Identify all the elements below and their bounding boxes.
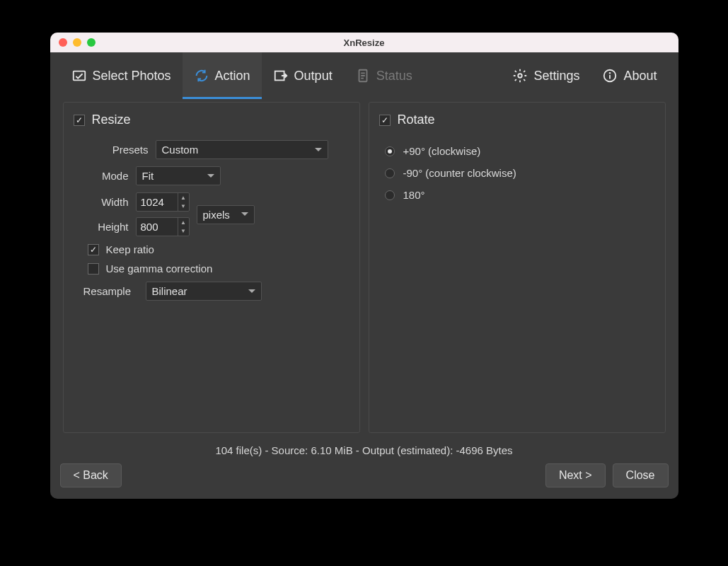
button-bar: < Back Next > Close [50,463,678,499]
width-step-down[interactable]: ▼ [178,202,189,212]
next-button[interactable]: Next > [545,463,606,487]
tab-label: Status [376,69,412,83]
svg-point-3 [519,74,523,78]
height-input[interactable] [137,218,178,236]
rotate-option-row[interactable]: 180° [379,184,655,206]
tab-settings[interactable]: Settings [501,52,591,99]
width-input[interactable] [137,193,178,211]
window-title: XnResize [50,37,678,48]
tab-bar: Select Photos Action Output Status Sett [50,52,678,99]
tab-label: Action [215,69,250,83]
width-spinbox[interactable]: ▲ ▼ [136,192,190,212]
unit-select[interactable]: pixels [197,205,255,224]
resample-label: Resample [83,285,139,297]
unit-value: pixels [203,209,230,221]
resize-title: Resize [92,112,131,127]
back-button[interactable]: < Back [60,463,122,487]
tab-action[interactable]: Action [183,52,262,99]
presets-select[interactable]: Custom [156,140,328,159]
gamma-label: Use gamma correction [106,262,213,275]
height-step-up[interactable]: ▲ [178,218,189,227]
svg-rect-0 [73,71,85,81]
rotate-option-label: +90° (clockwise) [403,145,481,157]
status-icon [355,68,371,83]
mode-select[interactable]: Fit [136,166,221,185]
keep-ratio-checkbox[interactable] [88,244,99,255]
resize-panel: Resize Presets Custom Mode Fit Width [63,102,360,433]
width-label: Width [83,196,129,208]
titlebar: XnResize [50,33,678,52]
tab-select-photos[interactable]: Select Photos [60,52,183,99]
svg-point-5 [610,73,611,74]
height-step-down[interactable]: ▼ [178,227,189,236]
height-spinbox[interactable]: ▲ ▼ [136,217,190,236]
width-step-up[interactable]: ▲ [178,193,189,202]
keep-ratio-label: Keep ratio [106,243,154,255]
gear-icon [512,68,528,83]
close-window-button[interactable] [59,38,67,47]
presets-value: Custom [162,144,199,156]
gamma-checkbox[interactable] [88,263,99,275]
tab-status[interactable]: Status [344,52,424,99]
info-icon [602,68,618,83]
output-icon [273,68,289,83]
app-window: XnResize Select Photos Action Output Sta… [50,33,678,499]
rotate-radio-ccw90[interactable] [385,168,395,178]
height-label: Height [83,221,129,233]
tab-output[interactable]: Output [262,52,344,99]
mode-label: Mode [83,170,129,182]
rotate-option-row[interactable]: -90° (counter clockwise) [379,162,655,184]
rotate-enable-checkbox[interactable] [379,115,391,126]
maximize-window-button[interactable] [87,38,96,47]
tab-label: Select Photos [93,69,171,83]
tab-label: Settings [533,69,579,83]
rotate-option-label: -90° (counter clockwise) [403,167,516,179]
close-button[interactable]: Close [613,463,669,487]
minimize-window-button[interactable] [73,38,81,47]
rotate-panel: Rotate +90° (clockwise) -90° (counter cl… [369,102,666,433]
presets-label: Presets [93,144,149,156]
resample-value: Bilinear [152,285,187,297]
status-text: 104 file(s) - Source: 6.10 MiB - Output … [50,439,678,463]
rotate-option-label: 180° [403,189,425,201]
action-icon [194,68,209,83]
window-controls [50,38,96,47]
rotate-option-row[interactable]: +90° (clockwise) [379,140,655,162]
select-photos-icon [71,68,87,83]
content-area: Resize Presets Custom Mode Fit Width [50,99,678,439]
tab-label: About [623,69,657,83]
tab-about[interactable]: About [591,52,668,99]
resample-select[interactable]: Bilinear [146,282,262,301]
resize-enable-checkbox[interactable] [74,115,85,126]
mode-value: Fit [142,170,154,182]
rotate-radio-cw90[interactable] [385,146,395,156]
rotate-title: Rotate [398,112,435,127]
tab-label: Output [294,69,333,83]
rotate-radio-180[interactable] [385,190,395,200]
